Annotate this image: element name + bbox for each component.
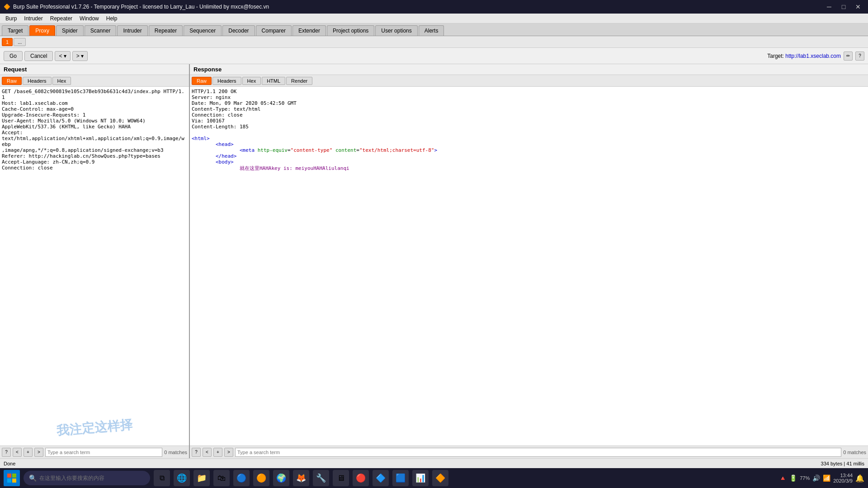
response-search-bar: ? < + > 0 matches [190, 446, 868, 458]
request-panel-tabs: Raw Headers Hex [0, 75, 189, 87]
response-search-next-button[interactable]: + [213, 448, 222, 457]
response-search-prev-button[interactable]: < [203, 448, 212, 457]
request-content: GET /base6_6082c900819e105c37Beb93b6631c… [0, 87, 189, 446]
tab-user-options[interactable]: User options [375, 25, 417, 36]
menu-bar: Burp Intruder Repeater Window Help [0, 14, 868, 23]
request-search-input[interactable] [45, 448, 162, 457]
request-search-options-button[interactable]: > [34, 448, 43, 457]
response-text: HTTP/1.1 200 OK Server: nginx Date: Mon,… [192, 89, 866, 172]
tab-comparer[interactable]: Comparer [256, 25, 292, 36]
taskbar-app-11[interactable]: 🔴 [353, 470, 369, 486]
taskview-button[interactable]: ⧉ [154, 470, 170, 486]
title-bar: 🔶 Burp Suite Professional v1.7.26 - Temp… [0, 0, 868, 14]
target-label: Target: http://lab1.xseclab.com [767, 53, 841, 59]
taskbar-app-13[interactable]: 🟦 [392, 470, 409, 486]
taskbar-app-12[interactable]: 🔷 [373, 470, 389, 486]
main-tabs: Target Proxy Spider Scanner Intruder Rep… [0, 23, 868, 36]
menu-repeater[interactable]: Repeater [47, 14, 76, 23]
menu-burp[interactable]: Burp [2, 14, 20, 23]
taskbar-right: 🔺 🔋 77% 🔊 📶 13:44 2020/3/9 🔔 [779, 473, 864, 483]
network-icon[interactable]: 🔺 [779, 474, 787, 482]
request-tab-headers[interactable]: Headers [23, 77, 52, 85]
taskbar-app-6[interactable]: 🟠 [253, 470, 269, 486]
taskbar-app-7[interactable]: 🌍 [273, 470, 289, 486]
svg-rect-3 [12, 479, 16, 483]
tab-project-options[interactable]: Project options [327, 25, 374, 36]
help-target-button[interactable]: ? [855, 52, 864, 61]
taskbar-app-5[interactable]: 🔵 [233, 470, 250, 486]
target-prefix: Target: [767, 53, 785, 59]
maximize-button[interactable]: □ [837, 0, 850, 13]
tab-spider[interactable]: Spider [56, 25, 84, 36]
taskbar-search-bar[interactable]: 🔍 [24, 471, 150, 485]
response-panel-tabs: Raw Headers Hex HTML Render [190, 75, 868, 87]
next-button[interactable]: > ▾ [72, 51, 88, 61]
prev-button[interactable]: < ▾ [55, 51, 70, 61]
close-button[interactable]: ✕ [852, 0, 864, 13]
request-panel: Request Raw Headers Hex GET /base6_6082c… [0, 64, 190, 458]
response-search-options-button[interactable]: > [224, 448, 233, 457]
tab-decoder[interactable]: Decoder [222, 25, 255, 36]
speaker-icon[interactable]: 🔊 [812, 474, 820, 482]
status-bar: Done 334 bytes | 41 millis [0, 458, 868, 468]
menu-window[interactable]: Window [76, 14, 103, 23]
request-tab-hex[interactable]: Hex [52, 77, 71, 85]
menu-intruder[interactable]: Intruder [20, 14, 46, 23]
tab-extender[interactable]: Extender [292, 25, 326, 36]
svg-rect-2 [7, 479, 11, 483]
taskbar-app-14[interactable]: 📊 [412, 470, 429, 486]
response-search-help-button[interactable]: ? [192, 448, 201, 457]
toolbar-right: Target: http://lab1.xseclab.com ✏ ? [767, 52, 864, 61]
cancel-button[interactable]: Cancel [24, 51, 53, 61]
tab-scanner[interactable]: Scanner [85, 25, 117, 36]
sub-tab-more[interactable]: ... [14, 38, 26, 46]
tab-intruder[interactable]: Intruder [117, 25, 147, 36]
request-matches: 0 matches [164, 450, 187, 455]
app-icon: 🔶 [4, 4, 10, 10]
taskbar: 🔍 ⧉ 🌐 📁 🛍 🔵 🟠 🌍 🦊 🔧 🖥 🔴 🔷 🟦 📊 🔶 🔺 🔋 77% … [0, 468, 868, 488]
wifi-icon[interactable]: 📶 [823, 474, 830, 482]
taskbar-app-10[interactable]: 🖥 [333, 470, 349, 486]
minimize-button[interactable]: ─ [823, 0, 835, 13]
go-button[interactable]: Go [4, 51, 23, 61]
toolbar: Go Cancel < ▾ > ▾ Target: http://lab1.xs… [0, 48, 868, 64]
size-text: 334 bytes | 41 millis [821, 461, 864, 466]
burpsuite-taskbar-icon[interactable]: 🔶 [432, 470, 448, 486]
taskbar-app-9[interactable]: 🔧 [313, 470, 329, 486]
response-header: Response [190, 64, 868, 75]
tab-target[interactable]: Target [2, 25, 28, 36]
notification-button[interactable]: 🔔 [855, 474, 864, 483]
folder-icon[interactable]: 📁 [193, 470, 210, 486]
request-header: Request [0, 64, 189, 75]
tab-sequencer[interactable]: Sequencer [184, 25, 222, 36]
response-tab-headers[interactable]: Headers [212, 77, 241, 85]
store-icon[interactable]: 🛍 [213, 470, 230, 486]
edge-icon[interactable]: 🌐 [174, 470, 190, 486]
response-content: HTTP/1.1 200 OK Server: nginx Date: Mon,… [190, 87, 868, 446]
request-search-help-button[interactable]: ? [2, 448, 11, 457]
response-search-input[interactable] [235, 448, 841, 457]
tab-alerts[interactable]: Alerts [419, 25, 444, 36]
request-title: Request [4, 66, 27, 73]
edit-target-button[interactable]: ✏ [844, 52, 853, 61]
sub-tab-1[interactable]: 1 [2, 38, 13, 46]
search-magnifier-icon: 🔍 [29, 474, 37, 482]
tab-proxy[interactable]: Proxy [29, 25, 55, 36]
response-tab-render[interactable]: Render [286, 77, 312, 85]
clock: 13:44 2020/3/9 [833, 473, 853, 483]
svg-rect-1 [12, 474, 16, 478]
taskbar-app-8[interactable]: 🦊 [293, 470, 309, 486]
request-tab-raw[interactable]: Raw [2, 77, 22, 85]
sub-tabs: 1 ... [0, 36, 868, 48]
tab-repeater[interactable]: Repeater [149, 25, 183, 36]
taskbar-search-input[interactable] [39, 475, 139, 481]
menu-help[interactable]: Help [103, 14, 121, 23]
start-button[interactable] [4, 470, 20, 486]
battery-percent: 77% [800, 475, 810, 481]
battery-icon[interactable]: 🔋 [789, 474, 797, 482]
response-tab-hex[interactable]: Hex [242, 77, 261, 85]
request-search-next-button[interactable]: + [24, 448, 33, 457]
response-tab-html[interactable]: HTML [262, 77, 285, 85]
response-tab-raw[interactable]: Raw [192, 77, 212, 85]
request-search-prev-button[interactable]: < [13, 448, 22, 457]
